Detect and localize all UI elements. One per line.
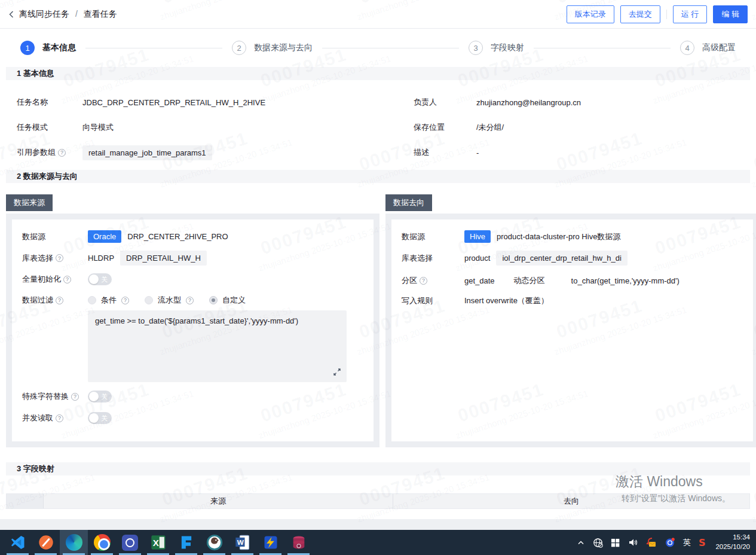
expand-icon[interactable] bbox=[333, 368, 341, 378]
dest-table-chip: iol_drp_center_drp_retail_hw_h_di bbox=[496, 251, 627, 266]
table-select-label: 库表选择 bbox=[22, 253, 88, 264]
version-history-button[interactable]: 版本记录 bbox=[567, 5, 614, 23]
source-panel-content: 数据源 Oracle DRP_CENTER_2HIVE_PRO 库表选择 HLD… bbox=[12, 219, 374, 441]
param-group-label: 引用参数组 bbox=[17, 147, 82, 158]
ring-app-icon[interactable] bbox=[116, 530, 144, 555]
basic-info-form: 任务名称 JDBC_DRP_CENTER_DRP_RETAIL_HW_H_2HI… bbox=[0, 80, 756, 170]
clock-time: 15:34 bbox=[715, 533, 750, 542]
param-group-row: 引用参数组 retail_manage_job_time_params1 bbox=[0, 140, 378, 165]
step-label: 数据来源与去向 bbox=[254, 42, 313, 53]
dest-panel-content: 数据源 Hive product-data-cluster-pro Hive数据… bbox=[391, 219, 753, 441]
description-row: 描述 - bbox=[378, 140, 756, 165]
save-location-row: 保存位置 /未分组/ bbox=[378, 115, 756, 140]
filter-option-incremental[interactable]: 流水型 bbox=[145, 295, 194, 306]
database-app-icon[interactable] bbox=[284, 530, 313, 555]
volume-icon[interactable] bbox=[628, 537, 638, 548]
pencil-app-icon[interactable] bbox=[32, 530, 60, 555]
special-char-row: 特殊字符替换 关 bbox=[22, 391, 364, 402]
viewport-bottom-strip bbox=[0, 519, 756, 530]
step-indicator: 1 基本信息 2 数据来源与去向 3 字段映射 4 高级配置 bbox=[0, 29, 756, 67]
back-button[interactable] bbox=[7, 10, 16, 19]
breadcrumb-parent[interactable]: 离线同步任务 bbox=[19, 9, 69, 19]
help-icon[interactable] bbox=[186, 297, 194, 304]
partition-field: get_date bbox=[464, 276, 495, 285]
submit-button[interactable]: 去提交 bbox=[620, 5, 660, 23]
sogou-icon[interactable]: S bbox=[699, 537, 706, 548]
step-advanced-config[interactable]: 4 高级配置 bbox=[680, 41, 736, 55]
foxmail-tray-icon[interactable] bbox=[646, 537, 657, 548]
help-icon[interactable] bbox=[420, 277, 427, 285]
data-filter-label: 数据过滤 bbox=[22, 295, 88, 306]
dest-db-name: product bbox=[464, 254, 490, 263]
edge-icon[interactable] bbox=[60, 530, 88, 555]
source-dest-panels: 数据来源 数据源 Oracle DRP_CENTER_2HIVE_PRO 库表选… bbox=[6, 194, 750, 447]
source-column: 数据来源 数据源 Oracle DRP_CENTER_2HIVE_PRO 库表选… bbox=[6, 194, 379, 447]
description-value: - bbox=[476, 148, 479, 157]
step-source-dest[interactable]: 2 数据来源与去向 bbox=[232, 41, 313, 55]
step-number: 4 bbox=[680, 41, 694, 55]
data-filter-row: 数据过滤 条件 流水型 bbox=[22, 295, 364, 306]
help-icon[interactable] bbox=[63, 276, 71, 283]
dest-tab: 数据去向 bbox=[385, 194, 432, 211]
full-init-toggle[interactable]: 关 bbox=[88, 273, 112, 285]
special-char-label: 特殊字符替换 bbox=[22, 391, 88, 402]
help-icon[interactable] bbox=[58, 149, 66, 157]
step-number: 1 bbox=[20, 41, 35, 55]
source-table-row: 库表选择 HLDRP DRP_RETAIL_HW_H bbox=[22, 251, 364, 266]
data-filter-options: 条件 流水型 自定义 bbox=[88, 295, 261, 306]
action-buttons: 版本记录 去提交 运 行 编 辑 bbox=[567, 5, 748, 23]
taskbar-clock[interactable]: 15:34 2025/10/20 bbox=[713, 533, 750, 551]
f-app-icon[interactable] bbox=[172, 530, 200, 555]
tray-expand-icon[interactable] bbox=[577, 538, 585, 547]
source-db-name: HLDRP bbox=[88, 254, 114, 263]
radio-icon[interactable] bbox=[145, 296, 153, 304]
chrome-icon[interactable] bbox=[88, 530, 116, 555]
vscode-icon[interactable] bbox=[4, 530, 32, 555]
word-icon[interactable]: W bbox=[228, 530, 256, 555]
dest-panel: 数据源 Hive product-data-cluster-pro Hive数据… bbox=[385, 214, 756, 447]
table-select-value: product iol_drp_center_drp_retail_hw_h_d… bbox=[464, 251, 628, 266]
windows-security-icon[interactable] bbox=[611, 538, 620, 547]
concurrent-read-row: 并发读取 关 bbox=[22, 412, 364, 424]
concurrent-read-toggle[interactable]: 关 bbox=[88, 412, 112, 424]
mapping-index-column bbox=[7, 494, 44, 508]
notification-app-icon[interactable] bbox=[665, 537, 675, 548]
help-icon[interactable] bbox=[56, 297, 63, 304]
help-icon[interactable] bbox=[56, 414, 63, 422]
help-icon[interactable] bbox=[56, 254, 63, 262]
run-button[interactable]: 运 行 bbox=[673, 5, 708, 23]
step-basic-info[interactable]: 1 基本信息 bbox=[20, 41, 76, 55]
top-bar: 离线同步任务 / 查看任务 版本记录 去提交 运 行 编 辑 bbox=[0, 0, 756, 29]
step-field-mapping[interactable]: 3 字段映射 bbox=[469, 41, 524, 55]
clock-date: 2025/10/20 bbox=[715, 542, 750, 552]
step-label: 字段映射 bbox=[491, 42, 524, 53]
help-icon[interactable] bbox=[71, 393, 79, 401]
table-select-value: HLDRP DRP_RETAIL_HW_H bbox=[88, 251, 207, 266]
toggle-knob bbox=[89, 392, 99, 401]
basic-info-left-column: 任务名称 JDBC_DRP_CENTER_DRP_RETAIL_HW_H_2HI… bbox=[0, 90, 378, 165]
dbeaver-icon[interactable] bbox=[200, 530, 228, 555]
main-window: 离线同步任务 / 查看任务 版本记录 去提交 运 行 编 辑 1 基本信息 2 … bbox=[0, 0, 756, 530]
filter-option-custom[interactable]: 自定义 bbox=[209, 295, 246, 306]
basic-info-right-column: 负责人 zhujianzhong@heilangroup.cn 保存位置 /未分… bbox=[378, 90, 756, 165]
excel-icon[interactable]: X bbox=[144, 530, 172, 555]
filter-expression-editor[interactable]: get_time >= to_date('${params1_start_dat… bbox=[88, 310, 347, 382]
source-panel: 数据源 Oracle DRP_CENTER_2HIVE_PRO 库表选择 HLD… bbox=[6, 214, 379, 447]
mapping-dest-column-header: 去向 bbox=[393, 494, 749, 508]
toggle-state: 关 bbox=[101, 392, 108, 401]
ime-language-indicator[interactable]: 英 bbox=[683, 537, 691, 548]
network-globe-icon[interactable] bbox=[593, 538, 603, 548]
radio-icon[interactable] bbox=[88, 296, 96, 304]
filter-option-condition[interactable]: 条件 bbox=[88, 295, 129, 306]
radio-icon-selected[interactable] bbox=[209, 296, 218, 304]
datasource-value: Oracle DRP_CENTER_2HIVE_PRO bbox=[88, 230, 228, 243]
special-char-toggle[interactable]: 关 bbox=[88, 391, 112, 402]
write-rule-label: 写入规则 bbox=[402, 295, 464, 306]
help-icon[interactable] bbox=[121, 297, 129, 304]
step-number: 3 bbox=[469, 41, 483, 55]
svg-text:X: X bbox=[152, 538, 158, 548]
taskbar-apps: X W bbox=[0, 530, 313, 555]
breadcrumb-separator: / bbox=[75, 9, 78, 19]
mail-app-icon[interactable] bbox=[256, 530, 284, 555]
edit-button[interactable]: 编 辑 bbox=[713, 5, 748, 23]
